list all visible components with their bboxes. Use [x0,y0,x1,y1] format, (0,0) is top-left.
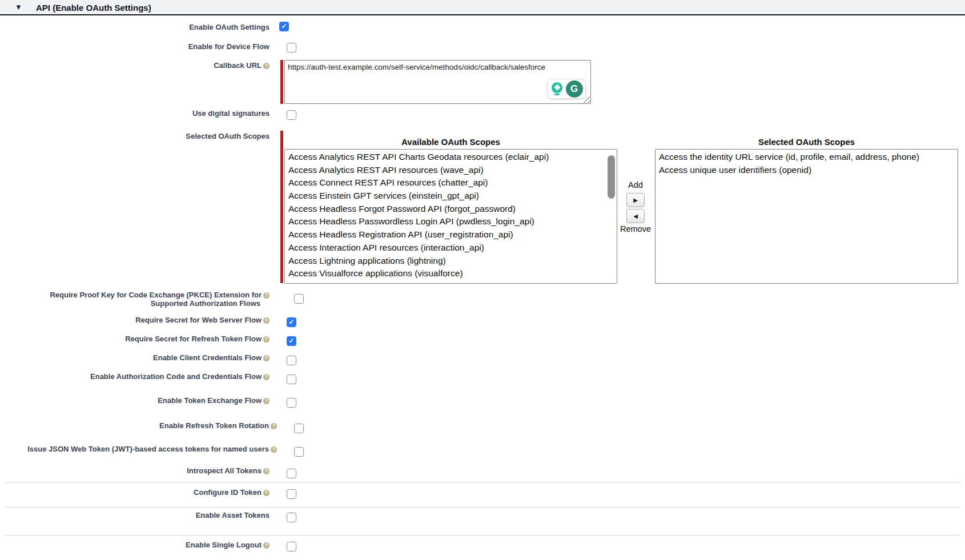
jwt-tokens-checkbox[interactable] [294,447,304,457]
digital-signatures-label: Use digital signatures [0,109,270,118]
divider [5,482,960,483]
refresh-rotation-checkbox[interactable] [294,424,304,433]
listbox-scrollbar-thumb[interactable] [608,155,615,199]
introspect-tokens-label: Introspect All Tokens? [0,466,270,475]
client-credentials-checkbox[interactable] [287,356,296,365]
enable-oauth-checkbox[interactable]: ✓ [279,22,289,31]
section-title: API (Enable OAuth Settings) [36,3,151,13]
help-icon[interactable]: ? [263,468,270,474]
refresh-token-secret-checkbox[interactable]: ✓ [287,336,296,346]
refresh-rotation-label: Enable Refresh Token Rotation? [0,421,277,430]
help-icon[interactable]: ? [263,317,270,324]
divider [5,535,960,535]
list-item[interactable]: Access the identity URL service (id, pro… [656,151,958,164]
web-server-secret-checkbox[interactable]: ✓ [287,317,296,327]
add-scope-button[interactable]: ▶ [626,193,645,207]
available-scopes-listbox[interactable]: Access Analytics REST API Charts Geodata… [284,149,617,284]
pkce-checkbox[interactable] [294,294,304,304]
help-icon[interactable]: ? [271,423,277,429]
auth-code-credentials-checkbox[interactable] [287,374,296,384]
callback-url-input[interactable]: https://auth-test.example.com/self-servi… [284,60,591,104]
single-logout-label: Enable Single Logout? [0,541,270,549]
help-icon[interactable]: ? [263,542,270,549]
suggestion-bulb-icon[interactable] [550,82,564,96]
callback-url-label: Callback URL? [0,61,270,70]
jwt-tokens-label: Issue JSON Web Token (JWT)-based access … [0,445,277,453]
device-flow-label: Enable for Device Flow [0,42,270,51]
refresh-token-secret-label: Require Secret for Refresh Token Flow? [0,335,270,343]
device-flow-checkbox[interactable] [287,43,296,53]
divider [5,507,960,507]
right-arrow-icon: ▶ [633,197,638,203]
introspect-tokens-checkbox[interactable] [287,469,296,478]
left-arrow-icon: ◀ [633,213,638,219]
list-item[interactable]: Access Headless Registration API (user_r… [285,228,617,241]
client-credentials-label: Enable Client Credentials Flow? [0,353,270,362]
remove-label: Remove [618,224,653,233]
token-exchange-checkbox[interactable] [287,398,296,408]
list-item[interactable]: Access Headless Forgot Password API (for… [285,203,617,216]
enable-oauth-label: Enable OAuth Settings [0,23,270,31]
required-field-bar [280,60,283,104]
required-field-bar [280,131,283,283]
help-icon[interactable]: ? [271,446,277,453]
list-item[interactable]: Access Interaction API resources (intera… [285,241,617,255]
auth-code-credentials-label: Enable Authorization Code and Credential… [0,372,270,381]
help-icon[interactable]: ? [263,398,270,404]
digital-signatures-checkbox[interactable] [287,110,296,120]
spark-icon [554,84,560,91]
list-item[interactable]: Access Lightning applications (lightning… [285,255,617,268]
help-icon[interactable]: ? [263,490,270,496]
pkce-label: Require Proof Key for Code Exchange (PKC… [0,291,270,308]
list-item[interactable]: Access unique user identifiers (openid) [656,164,958,177]
grammarly-icon[interactable]: G [566,80,583,98]
selected-scopes-listbox[interactable]: Access the identity URL service (id, pro… [655,149,958,284]
list-item[interactable]: Access Headless Passwordless Login API (… [285,215,617,228]
configure-id-token-checkbox[interactable] [287,489,296,499]
configure-id-token-label: Configure ID Token? [0,488,270,497]
list-item[interactable]: Access Analytics REST API resources (wav… [285,164,617,177]
list-item[interactable]: Access Analytics REST API Charts Geodata… [285,151,617,164]
asset-tokens-checkbox[interactable] [287,513,296,522]
asset-tokens-label: Enable Asset Tokens [0,511,270,519]
help-icon[interactable]: ? [263,355,270,361]
collapse-triangle-icon[interactable]: ▼ [15,3,22,11]
browser-extension-widget: G [547,79,586,99]
web-server-secret-label: Require Secret for Web Server Flow? [0,316,270,324]
scopes-field-label: Selected OAuth Scopes [0,132,270,140]
add-label: Add [618,180,653,190]
remove-scope-button[interactable]: ◀ [626,209,645,223]
help-icon[interactable]: ? [263,336,270,343]
token-exchange-label: Enable Token Exchange Flow? [0,396,270,405]
section-header: ▼ API (Enable OAuth Settings) [0,0,965,15]
list-item[interactable]: Access Connect REST API resources (chatt… [285,176,617,190]
help-icon[interactable]: ? [263,374,270,380]
oauth-settings-section: ▼ API (Enable OAuth Settings) Enable OAu… [0,0,965,560]
list-item[interactable]: Access Visualforce applications (visualf… [285,267,617,280]
selected-scopes-header: Selected OAuth Scopes [655,137,958,147]
list-item[interactable]: Access Einstein GPT services (einstein_g… [285,190,617,203]
single-logout-checkbox[interactable] [287,542,296,551]
help-icon[interactable]: ? [263,63,270,69]
available-scopes-header: Available OAuth Scopes [284,137,617,147]
help-icon[interactable]: ? [263,292,270,299]
